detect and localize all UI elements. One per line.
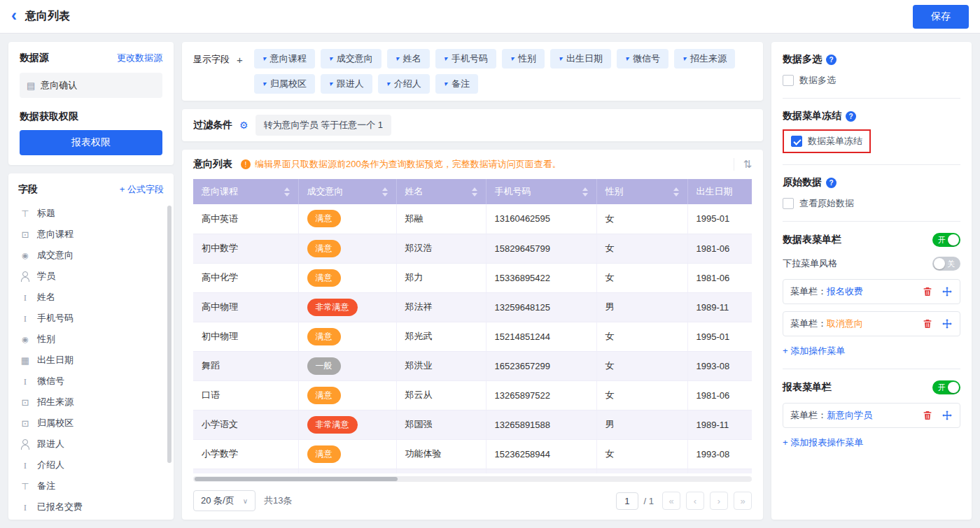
column-header[interactable]: 出生日期 <box>687 179 752 204</box>
intent-cell: 满意 <box>298 204 396 234</box>
table-row[interactable]: 初中数学满意郑汉浩15829645799女1981-06 <box>193 234 752 263</box>
table-row[interactable]: 初中物理满意郑光武15214851244女1995-01 <box>193 322 752 351</box>
sort-icon[interactable] <box>382 187 388 197</box>
chevron-down-icon: ▾ <box>329 55 332 62</box>
field-item[interactable]: ◉成交意向 <box>18 245 164 266</box>
toggle-knob <box>934 258 945 269</box>
delete-icon[interactable] <box>922 286 933 297</box>
back-icon[interactable]: ‹ <box>11 7 17 24</box>
display-field-chip[interactable]: ▾姓名 <box>387 49 430 69</box>
filter-condition-chip[interactable]: 转为意向学员 等于任意一个 1 <box>255 115 391 136</box>
first-page-button[interactable]: « <box>662 492 680 510</box>
field-item[interactable]: ▦出生日期 <box>18 350 164 371</box>
move-icon[interactable] <box>941 410 953 421</box>
report-menu-toggle[interactable]: 开 <box>932 380 960 394</box>
intent-badge: 满意 <box>307 269 341 287</box>
add-display-field-button[interactable]: + <box>237 54 243 66</box>
column-header[interactable]: 性别 <box>596 179 687 204</box>
display-field-chip[interactable]: ▾手机号码 <box>435 49 496 69</box>
field-item[interactable]: 跟进人 <box>18 434 164 455</box>
table-row[interactable]: 高中物理非常满意郑法祥13259648125男1989-11 <box>193 292 752 322</box>
field-item[interactable]: ⊡意向课程 <box>18 224 164 245</box>
save-button[interactable]: 保存 <box>913 5 969 29</box>
datasource-title: 数据源 <box>20 52 49 64</box>
field-item[interactable]: ⊤标题 <box>18 203 164 224</box>
display-field-chip[interactable]: ▾招生来源 <box>674 49 735 69</box>
field-item[interactable]: I手机号码 <box>18 308 164 329</box>
divider <box>783 164 960 165</box>
data-table: 意向课程成交意向姓名手机号码性别出生日期 高中英语满意郑融13160462595… <box>193 179 752 473</box>
field-item[interactable]: ◉性别 <box>18 329 164 350</box>
move-icon[interactable] <box>941 286 953 297</box>
add-operation-menu-link[interactable]: + 添加操作菜单 <box>783 345 845 357</box>
sort-icon[interactable] <box>284 187 290 197</box>
table-row[interactable]: 舞蹈一般郑洪业16523657299女1993-08 <box>193 351 752 380</box>
add-report-menu-link[interactable]: + 添加报表操作菜单 <box>783 436 863 449</box>
page-input[interactable]: 1 <box>616 492 638 510</box>
help-icon[interactable]: ? <box>826 55 836 65</box>
menu-freeze-checkbox[interactable] <box>791 136 802 147</box>
field-label: 备注 <box>37 480 55 492</box>
display-field-chip[interactable]: ▾性别 <box>502 49 545 69</box>
intent-badge: 非常满意 <box>307 416 358 434</box>
move-icon[interactable] <box>941 318 953 329</box>
dropdown-style-toggle[interactable]: 关 <box>932 257 960 271</box>
sort-order-icon[interactable]: ⇅ <box>734 158 752 171</box>
help-icon[interactable]: ? <box>846 111 856 122</box>
column-label: 性别 <box>606 185 624 198</box>
sort-icon[interactable] <box>673 187 679 197</box>
column-header[interactable]: 成交意向 <box>298 179 396 204</box>
field-item[interactable]: I介绍人 <box>18 455 164 476</box>
table-row[interactable]: 高中化学满意郑力15336895422女1981-06 <box>193 263 752 292</box>
chip-label: 成交意向 <box>337 52 373 65</box>
display-field-chip[interactable]: ▾成交意向 <box>321 49 382 69</box>
toggle-knob <box>948 234 959 245</box>
table-row[interactable]: 口语满意郑云从13265897522女1981-06 <box>193 380 752 410</box>
add-formula-field-link[interactable]: + 公式字段 <box>120 183 164 196</box>
field-item[interactable]: ⊤备注 <box>18 476 164 497</box>
cell: 15829645799 <box>486 234 596 263</box>
sort-icon[interactable] <box>582 187 588 197</box>
horizontal-scrollbar[interactable] <box>193 476 752 482</box>
display-field-chip[interactable]: ▾意向课程 <box>254 49 315 69</box>
field-item[interactable]: I微信号 <box>18 371 164 392</box>
table-row[interactable]: 高中英语满意郑融13160462595女1995-01 <box>193 204 752 234</box>
column-header[interactable]: 手机号码 <box>486 179 596 204</box>
page-size-select[interactable]: 20 条/页 ∨ <box>193 490 255 511</box>
field-item[interactable]: I姓名 <box>18 287 164 308</box>
datasource-item[interactable]: ▤ 意向确认 <box>20 73 162 98</box>
field-item[interactable]: I已报名交费 <box>18 497 164 518</box>
multi-select-checkbox[interactable] <box>783 75 794 86</box>
change-datasource-link[interactable]: 更改数据源 <box>117 52 162 64</box>
delete-icon[interactable] <box>922 410 933 421</box>
display-field-chip[interactable]: ▾归属校区 <box>254 74 315 94</box>
scrollbar-thumb[interactable] <box>195 477 398 481</box>
field-item[interactable]: 学员 <box>18 266 164 287</box>
display-field-chip[interactable]: ▾介绍人 <box>378 74 430 94</box>
fields-scrollbar[interactable] <box>167 206 172 463</box>
raw-data-option[interactable]: 查看原始数据 <box>783 197 960 210</box>
prev-page-button[interactable]: ‹ <box>686 492 704 510</box>
help-icon[interactable]: ? <box>826 178 836 188</box>
cell: 女 <box>596 439 687 469</box>
display-field-chip[interactable]: ▾出生日期 <box>550 49 611 69</box>
display-field-chip[interactable]: ▾备注 <box>435 74 478 94</box>
display-field-chip[interactable]: ▾跟进人 <box>321 74 372 94</box>
display-field-chip[interactable]: ▾微信号 <box>617 49 668 69</box>
raw-data-checkbox[interactable] <box>783 198 794 209</box>
gear-icon[interactable]: ⚙ <box>239 120 248 131</box>
sort-icon[interactable] <box>472 187 477 197</box>
report-permission-button[interactable]: 报表权限 <box>20 130 162 155</box>
next-page-button[interactable]: › <box>710 492 728 510</box>
delete-icon[interactable] <box>922 318 933 329</box>
multi-select-option[interactable]: 数据多选 <box>783 74 960 87</box>
field-item[interactable]: ⊡归属校区 <box>18 413 164 434</box>
table-row[interactable]: 小学语文非常满意郑国强13265891588男1989-11 <box>193 410 752 439</box>
table-menu-toggle[interactable]: 开 <box>932 233 960 247</box>
column-header[interactable]: 姓名 <box>396 179 486 204</box>
table-row[interactable]: 一般 <box>193 469 752 473</box>
table-row[interactable]: 小学数学满意功能体验15236258944女1993-08 <box>193 439 752 469</box>
last-page-button[interactable]: » <box>734 492 752 510</box>
column-header[interactable]: 意向课程 <box>193 179 298 204</box>
field-item[interactable]: ⊡招生来源 <box>18 392 164 413</box>
